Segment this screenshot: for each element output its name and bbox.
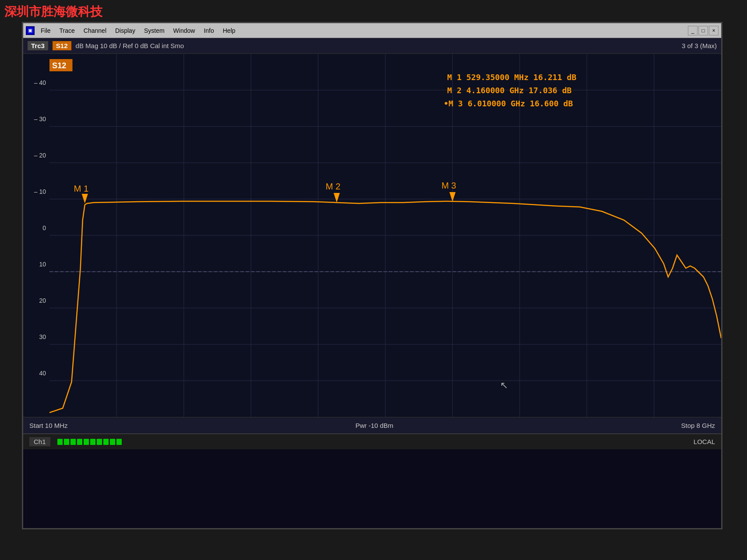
svg-text:S12: S12 [52, 61, 66, 70]
led-5 [84, 439, 89, 445]
led-4 [77, 439, 82, 445]
y-axis: – 40 – 30 – 20 – 10 0 10 20 30 40 [23, 54, 49, 417]
menu-channel[interactable]: Channel [80, 26, 110, 35]
title-bar: ▣ File Trace Channel Display System Wind… [23, 23, 721, 38]
close-button[interactable]: × [709, 26, 719, 35]
led-2 [64, 439, 69, 445]
y-label-30: – 30 [34, 116, 46, 122]
title-controls: _ □ × [688, 26, 719, 35]
led-9 [110, 439, 115, 445]
trace-s12[interactable]: S12 [53, 41, 71, 50]
menu-help[interactable]: Help [219, 26, 239, 35]
svg-text:M 3: M 3 [441, 181, 456, 190]
freq-bar: Start 10 MHz Pwr -10 dBm Stop 8 GHz [23, 417, 721, 434]
channel-bar: Ch1 LOCAL [23, 434, 721, 449]
chart-svg: M 1 M 2 M 3 M 1 529.35000 MHz 16.211 dB … [49, 54, 721, 417]
y-label-20: – 40 [34, 79, 46, 86]
pwr-label: Pwr -10 dBm [356, 422, 394, 429]
led-7 [97, 439, 102, 445]
led-indicators [57, 439, 122, 445]
menu-system[interactable]: System [141, 26, 168, 35]
svg-text:•M 3  6.010000 GHz    16.600 d: •M 3 6.010000 GHz 16.600 dB [444, 99, 573, 108]
trace-id: Trc3 [28, 41, 48, 50]
start-freq: Start 10 MHz [29, 422, 68, 429]
menu-file[interactable]: File [37, 26, 54, 35]
ch-label: Ch1 [29, 437, 50, 446]
menu-bar: File Trace Channel Display System Window… [37, 26, 688, 35]
maximize-button[interactable]: □ [698, 26, 708, 35]
led-10 [116, 439, 122, 445]
y-label-0: 0 [42, 224, 46, 231]
instrument-window: ▣ File Trace Channel Display System Wind… [22, 22, 722, 529]
y-label-20b: – 20 [34, 152, 46, 159]
svg-text:↖: ↖ [500, 380, 508, 391]
title-icon: ▣ [26, 26, 35, 35]
svg-text:M 1   529.35000 MHz   16.211 d: M 1 529.35000 MHz 16.211 dB [447, 73, 576, 82]
trace-bar: Trc3 S12 dB Mag 10 dB / Ref 0 dB Cal int… [23, 38, 721, 54]
led-3 [70, 439, 76, 445]
menu-display[interactable]: Display [112, 26, 139, 35]
led-6 [90, 439, 95, 445]
menu-trace[interactable]: Trace [56, 26, 78, 35]
y-label-10b: 10 [39, 261, 46, 268]
svg-text:M 2   4.160000 GHz    17.036 d: M 2 4.160000 GHz 17.036 dB [447, 86, 571, 95]
svg-text:M 1: M 1 [74, 184, 89, 193]
menu-window[interactable]: Window [170, 26, 199, 35]
stop-freq: Stop 8 GHz [681, 422, 715, 429]
led-8 [103, 439, 109, 445]
y-label-10: – 10 [34, 188, 46, 195]
trace-count: 3 of 3 (Max) [682, 42, 717, 49]
y-label-30b: 30 [39, 333, 46, 340]
title-icon-symbol: ▣ [28, 28, 32, 33]
local-label: LOCAL [694, 438, 715, 445]
menu-info[interactable]: Info [200, 26, 217, 35]
led-1 [57, 439, 63, 445]
y-label-20c: 20 [39, 297, 46, 304]
watermark-text: 深圳市胜海微科技 [4, 4, 102, 20]
minimize-button[interactable]: _ [688, 26, 698, 35]
y-label-40: 40 [39, 370, 46, 377]
chart-container: – 40 – 30 – 20 – 10 0 10 20 30 40 [23, 54, 721, 417]
trace-info: dB Mag 10 dB / Ref 0 dB Cal int Smo [76, 42, 184, 49]
svg-text:M 2: M 2 [326, 182, 341, 191]
